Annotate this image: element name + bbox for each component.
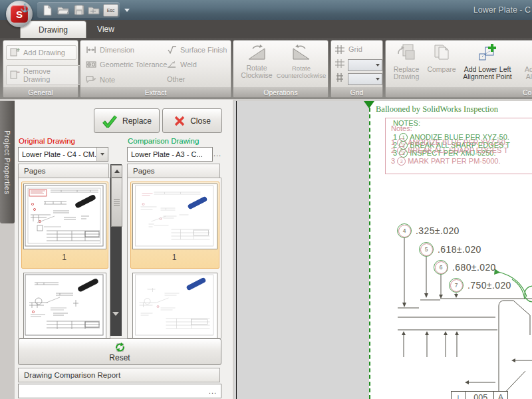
replace-drawing-button[interactable]: Replace Drawing (387, 42, 426, 86)
pages-scrollbar[interactable] (110, 164, 122, 336)
feature-control-frame: ⊥ .005 A (451, 391, 508, 399)
dimension-value: .618±.020 (438, 244, 481, 255)
original-combo-dropdown-button[interactable] (96, 148, 108, 161)
dimension-value: .680±.020 (452, 262, 496, 273)
folder-icon (88, 5, 100, 15)
pages-header-comparison: Pages (127, 164, 220, 178)
replace-button[interactable]: Replace (94, 108, 160, 133)
grid-icon (335, 59, 344, 68)
note-label: Note (100, 76, 115, 84)
notes-comparison: Notes: 1 1 ANODIZE BLUE PER XYZ-50. 2 2 … (391, 124, 508, 165)
dimension-callout: 6 .680±.020 (434, 260, 496, 275)
ribbon-group-extract: Dimension Geometric Tolerance Note Surfa… (80, 40, 231, 98)
thumbnail-original-page-2[interactable] (23, 273, 106, 338)
dimension-label: Dimension (100, 46, 134, 54)
surface-finish-label: Surface Finish (180, 46, 227, 54)
pages-list-comparison: 1 (127, 178, 221, 338)
remove-drawing-label: Remove Drawing (23, 67, 77, 83)
project-properties-label: Project Properties (3, 130, 11, 194)
thumbnail-comparison-page-1[interactable] (132, 184, 217, 249)
add-lower-left-alignment-point-button[interactable]: Add Lower Left Alignment Point (458, 42, 517, 86)
remove-drawing-button[interactable]: Remove Drawing (6, 65, 81, 85)
report-path-input[interactable]: ... (18, 384, 221, 398)
new-document-icon (42, 5, 53, 16)
group-caption-compare: Comp (386, 87, 532, 97)
report-browse-button[interactable]: ... (209, 387, 221, 395)
scrollbar-thumb[interactable] (111, 178, 122, 227)
rotate-clockwise-icon (246, 43, 267, 63)
rotate-clockwise-button[interactable]: Rotate Clockwise (236, 42, 277, 86)
note-line: 1 1 ANODIZE BLUE PER XYZ-50. (391, 138, 508, 146)
balloon-icon: 2 (397, 146, 406, 155)
anchor-icon: ⚓ (20, 3, 30, 13)
rotate-clockwise-label: Rotate Clockwise (236, 65, 277, 80)
other-label: Other (167, 75, 186, 83)
other-button[interactable]: Other (167, 75, 186, 83)
thumbnail-original-page-1[interactable] (23, 184, 106, 249)
check-icon (102, 114, 118, 128)
thumbnail-sketch (133, 184, 215, 247)
ballooned-watermark: Ballooned by SolidWorks Inspection (376, 104, 498, 114)
original-drawing-value: Lower Plate - C4 - CM... (19, 150, 96, 158)
toolbar-dropdown-arrow[interactable] (124, 9, 130, 12)
grid-spacing-combo-1[interactable] (348, 59, 382, 71)
ribbon-group-general: Add Drawing Remove Drawing General (3, 40, 78, 98)
note-line: 3 3 MARK PART PER PM-5000. (391, 157, 508, 165)
thumbnail-sketch (24, 273, 104, 336)
add-upper-alignment-button[interactable]: Add Upper Alignment (518, 42, 532, 86)
scrollbar-down-button[interactable] (112, 316, 119, 328)
project-properties-tab[interactable]: Project Properties (0, 101, 15, 223)
dimension-callout: 5 .618±.020 (419, 242, 481, 257)
close-button[interactable]: Close (162, 108, 222, 133)
rotate-counterclockwise-icon (291, 43, 312, 63)
comparison-drawing-value: Lower Plate - A3 - C... (128, 150, 212, 158)
notes-title-comparison: Notes: (391, 124, 508, 133)
ribbon-group-compare: Replace Drawing Compare Add Lower Left A… (385, 40, 532, 98)
balloon-icon: 1 (397, 138, 406, 147)
group-caption-operations: Operations (233, 87, 328, 97)
reset-button[interactable]: Reset (18, 338, 221, 365)
dimension-button[interactable]: Dimension (86, 46, 134, 54)
comparison-drawing-combo[interactable]: Lower Plate - A3 - C... (127, 147, 213, 162)
solidworks-logo[interactable]: S⚓ (6, 1, 33, 27)
chevron-down-icon (100, 153, 104, 156)
tab-drawing[interactable]: Drawing (20, 21, 86, 39)
grid-icon-column (335, 45, 344, 82)
new-document-button[interactable] (41, 4, 54, 16)
fcf-datum: A (494, 391, 508, 399)
close-x-icon (174, 115, 186, 127)
grid-icon (335, 73, 344, 82)
grid-icon (335, 45, 344, 54)
weld-button[interactable]: Weld (167, 61, 197, 68)
replace-button-label: Replace (122, 116, 152, 126)
tab-view[interactable]: View (87, 21, 124, 38)
comparison-drawing-label: Comparison Drawing (128, 137, 199, 145)
add-drawing-button[interactable]: Add Drawing (6, 45, 76, 60)
open-folder-icon (57, 5, 69, 15)
save-button[interactable] (72, 4, 86, 16)
window-title: Lower Plate - C (473, 5, 531, 15)
thumbnail-comparison-page-2[interactable] (132, 273, 217, 338)
sheet-alignment-marker (364, 101, 374, 108)
geometric-tolerance-button[interactable]: Geometric Tolerance (86, 61, 167, 68)
grid-spacing-combo-2[interactable] (348, 73, 382, 85)
comparison-browse-button[interactable]: ... (213, 150, 221, 158)
surface-finish-icon (167, 46, 177, 54)
rotate-counterclockwise-button[interactable]: Rotate Counterclockwise (275, 42, 328, 86)
grid-toggle[interactable]: Grid (348, 45, 362, 53)
original-drawing-combo[interactable]: Lower Plate - C4 - CM... (18, 147, 108, 162)
fcf-tolerance: .005 (466, 391, 494, 399)
add-lower-left-alignment-point-label: Add Lower Left Alignment Point (458, 66, 517, 81)
surface-finish-button[interactable]: Surface Finish (167, 46, 227, 54)
scrollbar-up-button[interactable] (111, 165, 122, 178)
note-button[interactable]: Note (86, 75, 115, 84)
group-caption-grid: Grid (331, 87, 382, 97)
folder-button[interactable] (87, 4, 100, 16)
ribbon-group-grid: Grid Grid (331, 40, 383, 98)
balloon-icon: 5 (419, 242, 434, 257)
compare-button[interactable]: Compare (426, 42, 458, 86)
open-button[interactable] (57, 4, 70, 16)
note-line: 2 2 BREAK ALL SHARP EDGES T (391, 146, 508, 154)
rotate-counterclockwise-label: Rotate Counterclockwise (275, 65, 328, 80)
esc-key-button[interactable]: Esc (103, 4, 118, 17)
